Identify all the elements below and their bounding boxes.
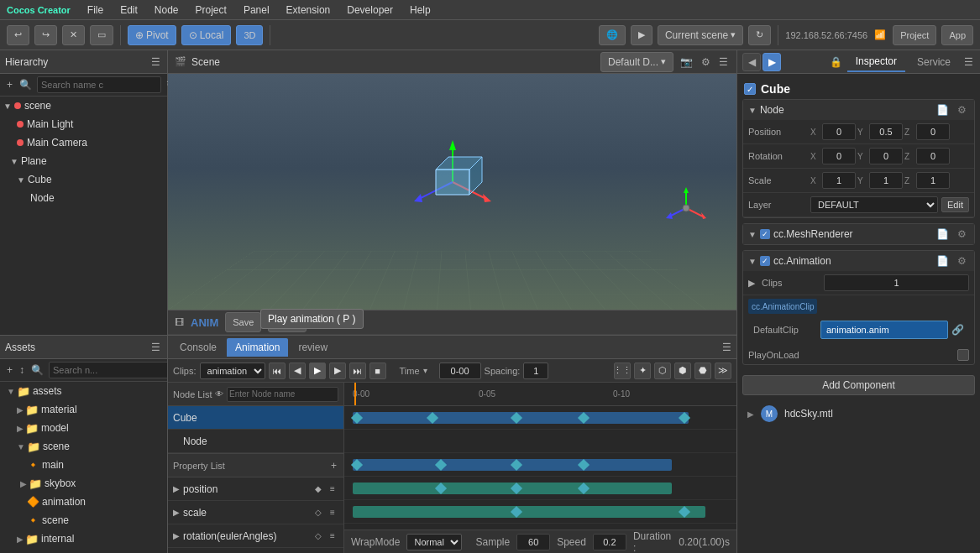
next-frame-btn[interactable]: ▶ — [329, 363, 346, 379]
add-property-btn[interactable]: + — [329, 458, 338, 473]
menu-help[interactable]: Help — [406, 4, 434, 16]
anim-file-icon[interactable]: 📄 — [934, 254, 951, 268]
mesh-comp-header[interactable]: ▼ ✓ cc.MeshRenderer 📄 ⚙ — [743, 224, 974, 244]
scene-menu-icon[interactable]: ☰ — [717, 55, 730, 70]
defaultclip-input[interactable] — [820, 321, 948, 339]
inspector-menu-icon[interactable]: ☰ — [962, 55, 975, 70]
tab-service[interactable]: Service — [909, 53, 959, 71]
tree-item-maincamera[interactable]: Main Camera — [0, 133, 167, 152]
rot-x-input[interactable] — [822, 148, 856, 164]
hierarchy-add-icon[interactable]: + — [5, 77, 14, 92]
3d-button[interactable]: 3D — [236, 25, 263, 45]
playonload-checkbox[interactable] — [957, 349, 969, 361]
layout-button[interactable]: ▭ — [90, 25, 113, 45]
prop-row-scale[interactable]: ▶ scale ◇ ≡ — [168, 501, 343, 524]
spacing-input[interactable] — [523, 363, 548, 379]
prev-frame-btn[interactable]: ◀ — [289, 363, 306, 379]
mesh-checkbox[interactable]: ✓ — [760, 229, 770, 239]
play-btn[interactable]: ▶ — [309, 363, 326, 379]
scene-default-dropdown[interactable]: Default D... ▾ — [600, 52, 673, 72]
menu-panel[interactable]: Panel — [240, 4, 273, 16]
skip-end-btn[interactable]: ⏭ — [349, 363, 366, 379]
node-comp-header[interactable]: ▼ Node 📄 ⚙ — [743, 100, 974, 120]
menu-developer[interactable]: Developer — [343, 4, 396, 16]
tab-console[interactable]: Console — [171, 338, 225, 357]
anim-checkbox[interactable]: ✓ — [760, 256, 770, 266]
tree-item-plane[interactable]: ▼ Plane — [0, 152, 167, 170]
undo-button[interactable]: ↩ — [7, 25, 29, 45]
menu-file[interactable]: File — [84, 4, 107, 16]
node-search-input[interactable] — [227, 387, 338, 402]
pos-x-input[interactable] — [822, 123, 856, 140]
scene-view[interactable] — [168, 74, 736, 310]
pos-y-input[interactable] — [869, 123, 903, 140]
scene-camera-icon[interactable]: 📷 — [679, 55, 694, 70]
redo-button[interactable]: ↪ — [34, 25, 57, 45]
pivot-button[interactable]: ⊕ Pivot — [128, 25, 176, 45]
hierarchy-search-icon[interactable]: 🔍 — [18, 77, 34, 92]
scale-y-input[interactable] — [869, 172, 903, 189]
rot-z-input[interactable] — [916, 148, 950, 164]
more-btn[interactable]: ≫ — [715, 363, 731, 379]
nav-forward-btn[interactable]: ▶ — [763, 53, 781, 71]
local-button[interactable]: ⊙ Local — [181, 25, 232, 45]
tab-inspector[interactable]: Inspector — [847, 52, 905, 72]
scene-settings-icon[interactable]: ⚙ — [700, 55, 712, 70]
anim-comp-header[interactable]: ▼ ✓ cc.Animation 📄 ⚙ — [743, 251, 974, 271]
mesh-gear-icon[interactable]: ⚙ — [955, 227, 969, 241]
menu-project[interactable]: Project — [192, 4, 230, 16]
stop-btn[interactable]: ■ — [369, 363, 386, 379]
node-comp-gear-icon[interactable]: ⚙ — [955, 103, 969, 117]
playhead[interactable] — [354, 383, 356, 405]
node-row-node[interactable]: Node — [168, 430, 343, 453]
defaultclip-link-icon[interactable]: 🔗 — [951, 324, 964, 336]
paste-btn[interactable]: ⬢ — [674, 363, 691, 379]
app-button[interactable]: App — [941, 25, 973, 45]
pos-z-input[interactable] — [916, 123, 950, 140]
menu-edit[interactable]: Edit — [117, 4, 141, 16]
rot-y-input[interactable] — [869, 148, 903, 164]
anim-gear-icon[interactable]: ⚙ — [955, 254, 969, 268]
globe-button[interactable]: 🌐 — [599, 25, 626, 45]
tree-item-mainlight[interactable]: Main Light — [0, 115, 167, 133]
mesh-file-icon[interactable]: 📄 — [934, 227, 951, 241]
tree-item-node[interactable]: Node — [0, 189, 167, 207]
delete-key-btn[interactable]: ⬣ — [694, 363, 711, 379]
prop-row-position[interactable]: ▶ position ◆ ≡ — [168, 477, 343, 501]
layer-select[interactable]: DEFAULT — [810, 196, 938, 213]
node-row-cube[interactable]: Cube — [168, 406, 343, 430]
menu-node[interactable]: Node — [151, 4, 182, 16]
tree-item-cube[interactable]: ▼ Cube — [0, 170, 167, 189]
scale-x-input[interactable] — [822, 172, 856, 189]
clips-dropdown[interactable]: animation — [200, 363, 265, 379]
transform-button[interactable]: ✕ — [62, 25, 85, 45]
time-input[interactable] — [439, 363, 481, 379]
refresh-button[interactable]: ↻ — [748, 25, 771, 45]
keyframe-btn[interactable]: ⋮⋮ — [614, 363, 631, 379]
layer-edit-btn[interactable]: Edit — [941, 197, 969, 212]
node-comp-file-icon[interactable]: 📄 — [934, 103, 951, 117]
add-component-button[interactable]: Add Component — [742, 375, 975, 395]
skip-start-btn[interactable]: ⏮ — [269, 363, 286, 379]
project-button[interactable]: Project — [893, 25, 936, 45]
node-enable-checkbox[interactable]: ✓ — [744, 83, 756, 95]
play-button[interactable]: ▶ — [631, 25, 652, 45]
wrapmode-select[interactable]: Normal — [406, 534, 462, 550]
speed-input[interactable] — [593, 534, 626, 550]
copy-btn[interactable]: ⬡ — [654, 363, 671, 379]
sample-input[interactable] — [516, 534, 550, 550]
menu-extension[interactable]: Extension — [283, 4, 334, 16]
hierarchy-search-input[interactable] — [37, 76, 161, 93]
anim-save-btn[interactable]: Save — [225, 312, 261, 332]
scene-dropdown-button[interactable]: Current scene ▾ — [658, 25, 743, 45]
clips-count-input[interactable] — [824, 274, 969, 291]
tree-item-scene[interactable]: ▼ scene — [0, 97, 167, 115]
anim-panel-menu[interactable]: ☰ — [721, 340, 733, 355]
add-key-btn[interactable]: ✦ — [634, 363, 651, 379]
tab-review[interactable]: review — [290, 338, 336, 357]
nav-back-btn[interactable]: ◀ — [742, 53, 761, 71]
prop-row-rotation[interactable]: ▶ rotation(eulerAngles) ◇ ≡ — [168, 524, 343, 548]
hdcsky-row[interactable]: ▶ M hdcSky.mtl — [742, 400, 975, 427]
tab-animation[interactable]: Animation — [227, 338, 288, 357]
hierarchy-menu-icon[interactable]: ☰ — [149, 55, 162, 70]
